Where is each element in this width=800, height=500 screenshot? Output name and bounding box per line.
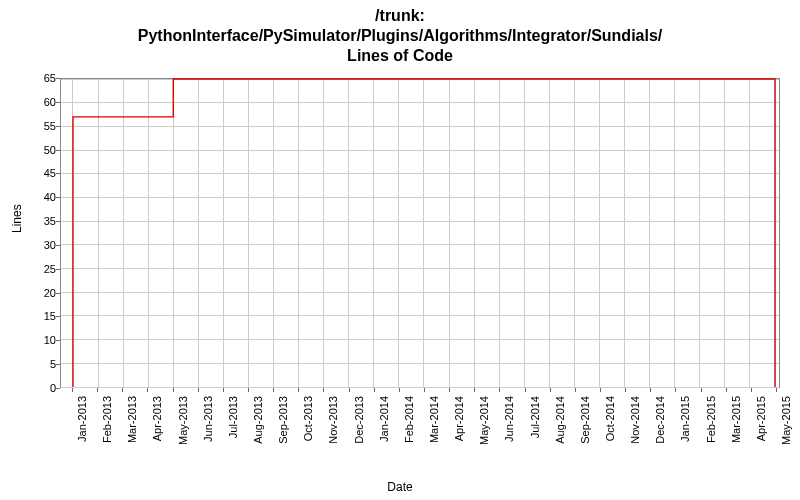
x-tick-label: Feb-2015 — [705, 396, 717, 448]
y-tick-label: 40 — [6, 191, 56, 203]
x-tick-label: Jan-2015 — [679, 396, 691, 448]
y-tick-label: 10 — [6, 334, 56, 346]
x-tick-label: May-2014 — [478, 396, 490, 448]
x-tick-label: Oct-2013 — [302, 396, 314, 448]
x-tick-label: Nov-2014 — [629, 396, 641, 448]
title-line-2: PythonInterface/PySimulator/Plugins/Algo… — [0, 26, 800, 46]
x-tick-label: Jan-2013 — [76, 396, 88, 448]
y-tick-label: 65 — [6, 72, 56, 84]
x-axis-label: Date — [0, 480, 800, 494]
y-tick-label: 60 — [6, 96, 56, 108]
x-tick-label: May-2015 — [780, 396, 792, 448]
y-tick-label: 0 — [6, 382, 56, 394]
x-tick-label: Sep-2013 — [277, 396, 289, 448]
x-tick-label: Mar-2014 — [428, 396, 440, 448]
y-tick-label: 50 — [6, 144, 56, 156]
y-tick-label: 15 — [6, 310, 56, 322]
x-tick-label: May-2013 — [177, 396, 189, 448]
x-tick-label: Mar-2015 — [730, 396, 742, 448]
x-tick-label: Dec-2014 — [654, 396, 666, 448]
x-tick-label: Sep-2014 — [579, 396, 591, 448]
x-tick-label: Apr-2015 — [755, 396, 767, 448]
x-tick-label: Dec-2013 — [353, 396, 365, 448]
y-tick-label: 5 — [6, 358, 56, 370]
x-tick-label: Feb-2013 — [101, 396, 113, 448]
x-tick-label: Jun-2013 — [202, 396, 214, 448]
x-tick-label: Aug-2014 — [554, 396, 566, 448]
y-tick-label: 55 — [6, 120, 56, 132]
x-tick-label: Jan-2014 — [378, 396, 390, 448]
y-tick-label: 45 — [6, 167, 56, 179]
y-tick-label: 35 — [6, 215, 56, 227]
y-tick-label: 25 — [6, 263, 56, 275]
loc-chart: /trunk: PythonInterface/PySimulator/Plug… — [0, 0, 800, 500]
x-tick-label: Oct-2014 — [604, 396, 616, 448]
x-tick-label: Apr-2014 — [453, 396, 465, 448]
x-tick-label: Feb-2014 — [403, 396, 415, 448]
y-tick-label: 30 — [6, 239, 56, 251]
chart-title: /trunk: PythonInterface/PySimulator/Plug… — [0, 0, 800, 66]
x-tick-label: Mar-2013 — [126, 396, 138, 448]
plot-area — [60, 78, 780, 388]
y-tick-label: 20 — [6, 287, 56, 299]
x-tick-label: Jun-2014 — [503, 396, 515, 448]
x-tick-label: Aug-2013 — [252, 396, 264, 448]
title-line-3: Lines of Code — [0, 46, 800, 66]
x-tick-label: Jul-2014 — [529, 396, 541, 448]
x-tick-label: Jul-2013 — [227, 396, 239, 448]
x-tick-label: Nov-2013 — [327, 396, 339, 448]
x-tick-label: Apr-2013 — [151, 396, 163, 448]
title-line-1: /trunk: — [0, 6, 800, 26]
plot-svg — [61, 79, 779, 387]
